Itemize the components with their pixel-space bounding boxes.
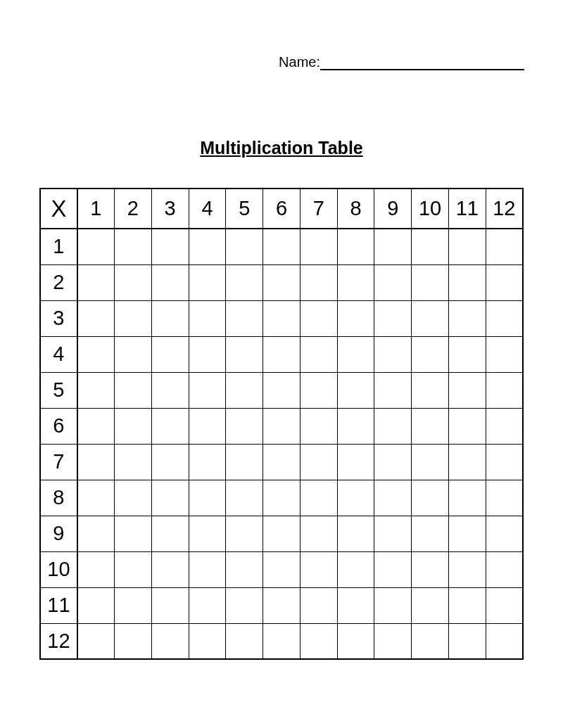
table-cell[interactable] xyxy=(448,480,486,516)
table-cell[interactable] xyxy=(412,516,449,551)
table-cell[interactable] xyxy=(374,229,412,264)
table-cell[interactable] xyxy=(189,587,226,623)
table-cell[interactable] xyxy=(115,264,152,300)
table-cell[interactable] xyxy=(189,623,226,659)
table-cell[interactable] xyxy=(189,444,226,480)
table-cell[interactable] xyxy=(115,587,152,623)
table-cell[interactable] xyxy=(263,300,301,336)
table-cell[interactable] xyxy=(337,336,374,372)
table-cell[interactable] xyxy=(115,480,152,516)
name-input[interactable] xyxy=(320,53,524,70)
table-cell[interactable] xyxy=(412,229,449,264)
table-cell[interactable] xyxy=(412,444,449,480)
table-cell[interactable] xyxy=(115,336,152,372)
table-cell[interactable] xyxy=(263,408,301,444)
table-cell[interactable] xyxy=(486,480,523,516)
table-cell[interactable] xyxy=(448,587,486,623)
table-cell[interactable] xyxy=(263,444,301,480)
table-cell[interactable] xyxy=(448,408,486,444)
table-cell[interactable] xyxy=(77,372,115,408)
table-cell[interactable] xyxy=(412,408,449,444)
table-cell[interactable] xyxy=(337,587,374,623)
table-cell[interactable] xyxy=(151,300,189,336)
table-cell[interactable] xyxy=(189,336,226,372)
table-cell[interactable] xyxy=(226,516,263,551)
table-cell[interactable] xyxy=(374,587,412,623)
table-cell[interactable] xyxy=(77,264,115,300)
table-cell[interactable] xyxy=(486,444,523,480)
table-cell[interactable] xyxy=(486,229,523,264)
table-cell[interactable] xyxy=(115,408,152,444)
table-cell[interactable] xyxy=(115,623,152,659)
table-cell[interactable] xyxy=(486,551,523,587)
table-cell[interactable] xyxy=(189,480,226,516)
table-cell[interactable] xyxy=(115,516,152,551)
table-cell[interactable] xyxy=(412,551,449,587)
table-cell[interactable] xyxy=(374,623,412,659)
table-cell[interactable] xyxy=(300,372,337,408)
table-cell[interactable] xyxy=(337,229,374,264)
table-cell[interactable] xyxy=(226,372,263,408)
table-cell[interactable] xyxy=(151,336,189,372)
table-cell[interactable] xyxy=(448,300,486,336)
table-cell[interactable] xyxy=(337,480,374,516)
table-cell[interactable] xyxy=(486,336,523,372)
table-cell[interactable] xyxy=(151,408,189,444)
table-cell[interactable] xyxy=(448,516,486,551)
table-cell[interactable] xyxy=(226,229,263,264)
table-cell[interactable] xyxy=(151,480,189,516)
table-cell[interactable] xyxy=(448,229,486,264)
table-cell[interactable] xyxy=(448,551,486,587)
table-cell[interactable] xyxy=(337,264,374,300)
table-cell[interactable] xyxy=(412,336,449,372)
table-cell[interactable] xyxy=(77,408,115,444)
table-cell[interactable] xyxy=(189,408,226,444)
table-cell[interactable] xyxy=(448,372,486,408)
table-cell[interactable] xyxy=(448,264,486,300)
table-cell[interactable] xyxy=(337,516,374,551)
table-cell[interactable] xyxy=(151,551,189,587)
table-cell[interactable] xyxy=(412,480,449,516)
table-cell[interactable] xyxy=(77,551,115,587)
table-cell[interactable] xyxy=(486,587,523,623)
table-cell[interactable] xyxy=(115,551,152,587)
table-cell[interactable] xyxy=(77,444,115,480)
table-cell[interactable] xyxy=(115,229,152,264)
table-cell[interactable] xyxy=(226,551,263,587)
table-cell[interactable] xyxy=(300,229,337,264)
table-cell[interactable] xyxy=(448,623,486,659)
table-cell[interactable] xyxy=(77,516,115,551)
table-cell[interactable] xyxy=(226,408,263,444)
table-cell[interactable] xyxy=(486,408,523,444)
table-cell[interactable] xyxy=(263,372,301,408)
table-cell[interactable] xyxy=(486,300,523,336)
table-cell[interactable] xyxy=(226,444,263,480)
table-cell[interactable] xyxy=(263,480,301,516)
table-cell[interactable] xyxy=(226,623,263,659)
table-cell[interactable] xyxy=(189,229,226,264)
table-cell[interactable] xyxy=(77,480,115,516)
table-cell[interactable] xyxy=(263,264,301,300)
table-cell[interactable] xyxy=(226,264,263,300)
table-cell[interactable] xyxy=(300,516,337,551)
table-cell[interactable] xyxy=(226,300,263,336)
table-cell[interactable] xyxy=(151,372,189,408)
table-cell[interactable] xyxy=(337,444,374,480)
table-cell[interactable] xyxy=(189,516,226,551)
table-cell[interactable] xyxy=(300,264,337,300)
table-cell[interactable] xyxy=(300,551,337,587)
table-cell[interactable] xyxy=(412,587,449,623)
table-cell[interactable] xyxy=(448,444,486,480)
table-cell[interactable] xyxy=(151,623,189,659)
table-cell[interactable] xyxy=(374,444,412,480)
table-cell[interactable] xyxy=(337,551,374,587)
table-cell[interactable] xyxy=(337,408,374,444)
table-cell[interactable] xyxy=(300,587,337,623)
table-cell[interactable] xyxy=(263,516,301,551)
table-cell[interactable] xyxy=(189,551,226,587)
table-cell[interactable] xyxy=(412,372,449,408)
table-cell[interactable] xyxy=(300,444,337,480)
table-cell[interactable] xyxy=(151,229,189,264)
table-cell[interactable] xyxy=(189,300,226,336)
table-cell[interactable] xyxy=(263,623,301,659)
